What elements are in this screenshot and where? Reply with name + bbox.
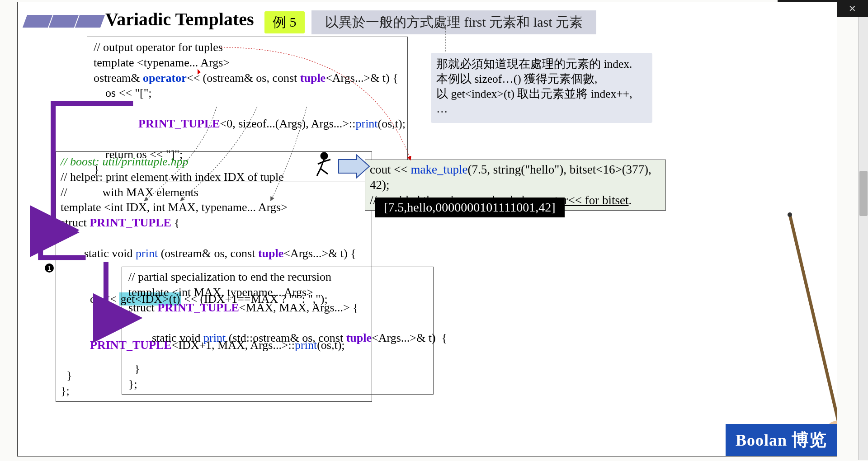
example-number-badge: 例 5 xyxy=(264,11,305,33)
blurb-line: 以 get<index>(t) 取出元素並將 index++, xyxy=(436,86,645,101)
blurb-line: 那就必須知道現在處理的元素的 index. xyxy=(436,56,645,71)
marker-one: 1 xyxy=(45,263,54,273)
code-line: ostream& operator<< (ostream& os, const … xyxy=(94,71,401,86)
svg-line-1 xyxy=(790,215,837,424)
scrollbar-thumb[interactable] xyxy=(859,171,868,216)
svg-point-0 xyxy=(321,153,327,159)
code-line: PRINT_TUPLE<0, sizeof...(Args), Args...>… xyxy=(94,101,401,146)
code-box-specialization: // partial specialization to end the rec… xyxy=(122,267,434,395)
code-line: template <int MAX, typename... Args> xyxy=(128,285,427,300)
code-line: // partial specialization to end the rec… xyxy=(128,269,427,285)
svg-point-2 xyxy=(788,212,792,217)
watermark-url: https://blog.csdn.net/Edidaughter xyxy=(756,416,834,423)
slide-content: Variadic Templates 例 5 以異於一般的方式處理 first … xyxy=(17,2,837,456)
code-line: cout << make_tuple(7.5, string("hello"),… xyxy=(370,162,661,193)
code-line: template <typename... Args> xyxy=(94,55,401,71)
code-line: struct PRINT_TUPLE<MAX, MAX, Args...> { xyxy=(128,300,427,315)
marker-two: 2 xyxy=(94,304,104,313)
decorative-bars xyxy=(25,15,103,28)
program-output: [7.5,hello,0000000101111001,42] xyxy=(375,198,565,217)
logo-text-en: Boolan xyxy=(736,431,787,450)
window-close-button[interactable]: ✕ xyxy=(849,3,856,14)
slide-subtitle: 以異於一般的方式處理 first 元素和 last 元素 xyxy=(311,10,596,34)
code-line: } xyxy=(128,361,427,376)
code-line: os << "["; xyxy=(94,85,401,101)
code-line: // with MAX elements xyxy=(61,185,367,200)
blurb-line: … xyxy=(436,101,645,116)
right-explanation-box: 那就必須知道現在處理的元素的 index. 本例以 sizeof…() 獲得元素… xyxy=(431,53,652,123)
boolan-logo: https://blog.csdn.net/Edidaughter Boolan… xyxy=(726,424,837,456)
code-line: static void print (std::ostream& os, con… xyxy=(128,315,427,361)
code-line: struct PRINT_TUPLE { xyxy=(61,215,367,230)
logo-text-cn: 博览 xyxy=(792,428,827,452)
vertical-scrollbar[interactable] xyxy=(858,17,868,460)
slide-title: Variadic Templates xyxy=(105,9,254,30)
presenter-pointer xyxy=(787,212,837,429)
code-line: }; xyxy=(128,376,427,392)
blurb-line: 本例以 sizeof…() 獲得元素個數, xyxy=(436,71,645,86)
runner-arrow-icon xyxy=(307,151,370,182)
code-line: // output operator for tuples xyxy=(94,40,401,55)
code-line: template <int IDX, int MAX, typename... … xyxy=(61,200,367,215)
